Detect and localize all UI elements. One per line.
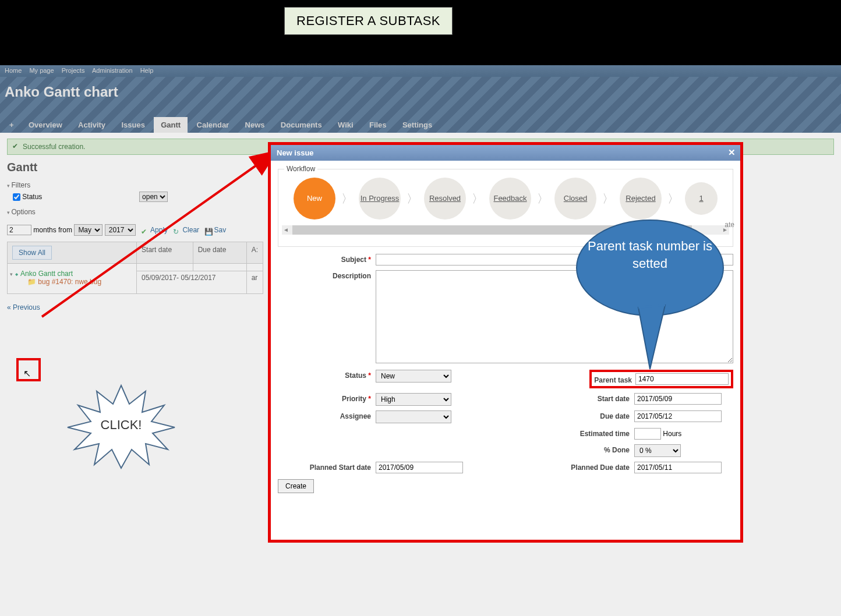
chevron-right-icon: 〉 [468,191,487,207]
project-title: Anko Gantt chart [0,77,841,100]
tab-news[interactable]: News [238,117,272,133]
save-link[interactable]: 💾Sav [204,226,226,234]
planned-start-label: Planned Start date [278,462,371,472]
status-filter-checkbox[interactable] [13,193,20,201]
duedate-input[interactable] [634,410,722,422]
tab-overview[interactable]: Overview [22,117,69,133]
clear-link[interactable]: ↻Clear [173,226,199,234]
status-label: Status * [278,370,371,380]
workflow-step-new[interactable]: New [294,178,335,220]
topmenu-admin[interactable]: Administration [92,67,133,74]
assignee-select[interactable] [376,410,451,423]
year-select[interactable]: 2017 [105,224,136,236]
status-select[interactable]: New [376,370,451,383]
chevron-right-icon: 〉 [403,191,422,207]
tab-activity[interactable]: Activity [71,117,112,133]
scroll-left-icon[interactable]: ◄ [282,225,290,235]
parent-task-highlight: Parent task [589,370,733,388]
subject-input[interactable] [376,254,733,265]
col-start-date: Start date [137,242,193,264]
date-range-cell: 05/09/2017- 05/12/2017 [137,271,247,294]
top-menu: Home My page Projects Administration Hel… [0,65,841,77]
workflow-step-feedback[interactable]: Feedback [489,178,531,220]
new-issue-modal: New issue ✕ Workflow New 〉 In Progress 〉… [268,142,743,543]
col-due-date: Due date [193,242,246,264]
click-burst: CLICK! [64,382,178,469]
workflow-fieldset: Workflow New 〉 In Progress 〉 Resolved 〉 … [278,169,733,247]
tab-new[interactable]: + [3,117,20,133]
reload-icon: ↻ [173,228,181,236]
assignee-cell: ar [246,271,263,294]
months-input[interactable] [7,225,31,235]
project-link[interactable]: Anko Gantt chart [20,270,73,278]
description-label: Description [278,270,371,280]
parent-task-input[interactable] [635,373,729,385]
duedate-label: Due date [542,410,630,420]
register-subtask-banner: REGISTER A SUBTASK [284,7,453,35]
percent-done-label: % Done [542,444,630,454]
show-all-button[interactable]: Show All [12,246,52,260]
project-header: Anko Gantt chart + Overview Activity Iss… [0,77,841,133]
modal-title-bar: New issue ✕ [271,145,740,161]
hours-unit: Hours [663,430,681,438]
table-row: ▾ ⬥ Anko Gantt chart 📁 bug #1470: nwe bu… [8,264,263,271]
estimated-time-input[interactable] [634,428,661,440]
workflow-step-1[interactable]: 1 [685,182,718,215]
workflow-step-inprogress[interactable]: In Progress [359,178,401,220]
chevron-right-icon: 〉 [599,191,617,207]
modal-body: Workflow New 〉 In Progress 〉 Resolved 〉 … [271,161,740,500]
workflow-step-resolved[interactable]: Resolved [424,178,466,220]
topmenu-home[interactable]: Home [5,67,22,74]
issue-link[interactable]: 📁 bug #1470: nwe bug [10,278,101,286]
tab-calendar[interactable]: Calendar [190,117,236,133]
tab-gantt[interactable]: Gantt [154,117,188,133]
modal-title: New issue [277,148,314,157]
previous-link[interactable]: « Previous [7,303,40,311]
workflow-legend: Workflow [284,165,317,173]
filters-legend[interactable]: Filters [7,181,30,189]
workflow-step-closed[interactable]: Closed [554,178,596,220]
subject-label: Subject * [278,254,371,264]
tab-files[interactable]: Files [362,117,394,133]
tab-wiki[interactable]: Wiki [331,117,361,133]
create-button[interactable]: Create [278,479,314,493]
topmenu-help[interactable]: Help [140,67,154,74]
percent-done-select[interactable]: 0 % [634,444,681,457]
priority-label: Priority * [278,393,371,403]
estimated-time-label: Estimated time [542,428,630,438]
chevron-right-icon: 〉 [338,191,356,207]
tab-issues[interactable]: Issues [114,117,151,133]
apply-link[interactable]: ✔Apply [141,226,168,234]
topmenu-mypage[interactable]: My page [29,67,54,74]
parent-task-label: Parent task [594,374,635,384]
chevron-right-icon: 〉 [664,191,683,207]
planned-start-input[interactable] [376,462,463,473]
issue-form: Subject * Description Status * New Paren… [278,254,733,473]
planned-due-label: Planned Due date [542,462,630,472]
click-label: CLICK! [101,417,142,433]
col-assignee: A: [246,242,263,264]
tab-settings[interactable]: Settings [395,117,439,133]
priority-select[interactable]: High [376,393,451,406]
assignee-label: Assignee [278,410,371,420]
cursor-icon: ↖ [23,368,31,379]
save-icon: 💾 [204,228,213,236]
topmenu-projects[interactable]: Projects [62,67,85,74]
workflow-scrollbar[interactable]: ◄ ► [282,225,729,235]
planned-due-input[interactable] [634,462,722,473]
chevron-right-icon: 〉 [533,191,552,207]
month-select[interactable]: May [74,224,103,236]
tab-documents[interactable]: Documents [274,117,329,133]
truncated-hint: ate [725,221,734,229]
close-icon[interactable]: ✕ [728,147,736,158]
gantt-table: Show All Start date Due date A: ▾ ⬥ Anko… [7,242,263,294]
annotation-header: REGISTER A SUBTASK [0,0,841,65]
scroll-thumb[interactable] [292,225,692,235]
workflow-step-rejected[interactable]: Rejected [620,178,662,220]
description-textarea[interactable] [376,270,733,363]
months-label: months from [33,226,72,234]
startdate-input[interactable] [634,393,722,405]
options-legend[interactable]: Options [7,208,36,216]
startdate-label: Start date [542,393,630,403]
status-filter-select[interactable]: open [139,192,168,202]
